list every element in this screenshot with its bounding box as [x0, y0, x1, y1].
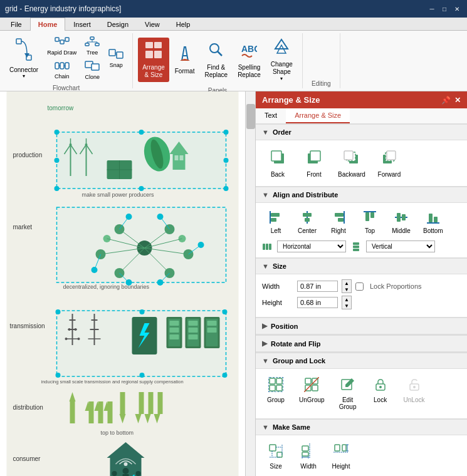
- width-row: Width ▲ ▼ Lock Proportions: [262, 279, 461, 293]
- back-button[interactable]: Back: [262, 145, 293, 181]
- horizontal-distribute-select[interactable]: Horizontal Vertical Both: [277, 241, 346, 252]
- front-button[interactable]: Front: [298, 145, 330, 181]
- find-replace-button[interactable]: Find &Replace: [200, 38, 232, 82]
- section-group-header[interactable]: ▼ Group and Lock: [256, 353, 467, 369]
- align-top-button[interactable]: Top: [356, 208, 384, 237]
- align-center-button[interactable]: Center: [293, 208, 321, 237]
- svg-rect-207: [312, 385, 318, 391]
- order-arrow: ▼: [262, 128, 269, 136]
- svg-text:production: production: [13, 152, 43, 158]
- arrange-size-button[interactable]: Arrange& Size: [138, 38, 169, 82]
- align-right-button[interactable]: Right: [325, 208, 352, 237]
- connector-button[interactable]: Connector ▾: [5, 35, 43, 82]
- svg-text:inducing small scale transmiss: inducing small scale transmission and re…: [41, 379, 184, 385]
- order-buttons: Back Front: [262, 145, 461, 181]
- section-position-header[interactable]: ▶ Position: [256, 318, 467, 334]
- section-make-same-header[interactable]: ▼ Make Same: [256, 419, 467, 435]
- group-label-text: Group: [267, 396, 285, 403]
- width-input[interactable]: [297, 281, 338, 292]
- tab-help[interactable]: Help: [168, 18, 199, 31]
- change-shape-icon: [273, 38, 290, 59]
- size-label: Size: [273, 262, 286, 270]
- group-button[interactable]: Group: [262, 374, 290, 413]
- section-size-header[interactable]: ▼ Size: [256, 258, 467, 274]
- tab-home[interactable]: Home: [30, 18, 66, 31]
- make-same-height-button[interactable]: Height: [327, 440, 355, 473]
- height-down-button[interactable]: ▼: [342, 303, 351, 309]
- height-up-button[interactable]: ▲: [342, 296, 351, 303]
- svg-point-156: [124, 462, 128, 466]
- chain-button[interactable]: Chain: [44, 59, 80, 81]
- svg-rect-145: [120, 392, 125, 414]
- edit-group-icon: [340, 377, 355, 395]
- width-down-button[interactable]: ▼: [342, 286, 351, 292]
- vertical-scrollbar[interactable]: [245, 91, 255, 476]
- ungroup-button[interactable]: UnGroup: [295, 374, 329, 413]
- svg-text:consumer: consumer: [13, 455, 41, 462]
- align-bottom-button[interactable]: Bottom: [419, 208, 448, 237]
- backward-icon: [343, 148, 360, 170]
- align-right-label: Right: [331, 227, 345, 234]
- lock-button[interactable]: Lock: [367, 374, 394, 413]
- svg-rect-3: [55, 38, 59, 41]
- arrange-label: Arrange& Size: [142, 64, 165, 79]
- height-input[interactable]: [297, 297, 338, 308]
- tab-file[interactable]: File: [3, 18, 30, 31]
- align-left-label: Left: [271, 227, 281, 234]
- change-shape-button[interactable]: ChangeShape ▾: [266, 34, 297, 85]
- vertical-distribute-select[interactable]: Vertical Horizontal Both: [366, 241, 435, 252]
- align-label: Align and Distribute: [273, 191, 338, 199]
- align-arrow: ▼: [262, 191, 269, 199]
- align-middle-label: Middle: [392, 227, 410, 234]
- forward-button[interactable]: Forward: [374, 145, 405, 181]
- order-content: Back Front: [256, 140, 467, 186]
- panel-title-controls: 📌 ✕: [441, 96, 461, 105]
- svg-line-30: [218, 51, 222, 56]
- lock-proportions-checkbox[interactable]: [355, 282, 364, 291]
- section-align-header[interactable]: ▼ Align and Distribute: [256, 187, 467, 203]
- scrollbar-thumb[interactable]: [246, 104, 255, 129]
- back-label: Back: [271, 171, 285, 178]
- change-shape-arrow: ▾: [280, 76, 283, 81]
- section-rotate-header[interactable]: ▶ Rotate and Flip: [256, 335, 467, 352]
- align-left-button[interactable]: Left: [262, 208, 290, 237]
- tab-design[interactable]: Design: [99, 18, 137, 31]
- svg-rect-117: [170, 328, 179, 333]
- make-same-size-button[interactable]: Size: [262, 440, 290, 473]
- make-same-width-button[interactable]: Width: [295, 440, 322, 473]
- panel-pin-button[interactable]: 📌: [441, 96, 451, 105]
- width-up-button[interactable]: ▲: [342, 280, 351, 286]
- maximize-button[interactable]: □: [439, 4, 449, 14]
- align-center-icon: [300, 210, 314, 227]
- panel-tab-text[interactable]: Text: [256, 108, 286, 123]
- spelling-button[interactable]: ABC SpellingReplace: [233, 38, 265, 82]
- backward-button[interactable]: Backward: [335, 145, 369, 181]
- format-label: Format: [175, 68, 195, 75]
- clone-button[interactable]: Clone: [81, 59, 103, 82]
- svg-point-104: [65, 338, 68, 340]
- rapid-draw-label: Rapid Draw: [47, 49, 76, 56]
- minimize-button[interactable]: ─: [427, 4, 437, 14]
- section-order-header[interactable]: ▼ Order: [256, 124, 467, 140]
- main-area: tomorrow production: [0, 91, 467, 476]
- group-arrow: ▼: [262, 357, 269, 365]
- ribbon-group-editing: Editing: [303, 33, 340, 88]
- tree-button[interactable]: Tree: [81, 34, 103, 58]
- svg-rect-199: [270, 378, 275, 384]
- snap-button[interactable]: Snap: [105, 47, 127, 70]
- lock-proportions-label: Lock Proportions: [370, 282, 422, 290]
- tab-view[interactable]: View: [137, 18, 168, 31]
- unlock-button[interactable]: UnLock: [399, 374, 429, 413]
- edit-group-button[interactable]: EditGroup: [334, 374, 362, 413]
- rapid-draw-icon: [55, 37, 70, 48]
- svg-point-57: [55, 130, 60, 135]
- panel-close-button[interactable]: ✕: [454, 96, 461, 105]
- svg-rect-22: [109, 49, 115, 56]
- tab-insert[interactable]: Insert: [65, 18, 99, 31]
- svg-point-107: [75, 328, 77, 331]
- align-middle-button[interactable]: Middle: [387, 208, 415, 237]
- panel-tab-arrange[interactable]: Arrange & Size: [286, 108, 350, 123]
- format-button[interactable]: Format: [171, 41, 199, 78]
- close-button[interactable]: ✕: [452, 4, 462, 14]
- rapid-draw-button[interactable]: Rapid Draw: [44, 35, 80, 58]
